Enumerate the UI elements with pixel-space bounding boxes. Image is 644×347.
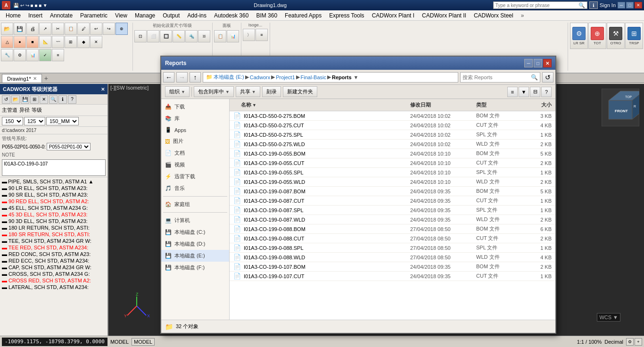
branch-select[interactable]: 125: [24, 117, 45, 125]
new-folder-btn[interactable]: 新建文件夹: [283, 86, 317, 97]
tree-item[interactable]: ▬ CROSS, SCH STD, ASTM A234 G:: [0, 271, 107, 277]
tb-btn-13[interactable]: ■: [26, 36, 39, 48]
file-row[interactable]: 📄 I01A3-CO-199-0-088.SPL 27/04/2018 08:5…: [230, 243, 555, 253]
cadworx-btn-2[interactable]: ⊕ TOT: [588, 23, 606, 49]
sidebar-item-thunder[interactable]: ⚡ 迅雷下载: [161, 171, 229, 182]
tb-btn-5[interactable]: ✂: [52, 23, 64, 35]
panel-close-icon[interactable]: ✕: [101, 87, 105, 92]
menu-addins[interactable]: Add-ins: [183, 11, 210, 20]
menu-bim360[interactable]: BIM 360: [252, 11, 281, 20]
tree-item[interactable]: ▬ 90 3D ELL, SCH STD, ASTM A23:: [0, 218, 107, 224]
tb-btn-18[interactable]: ✕: [90, 36, 102, 48]
tb-btn-7[interactable]: 🖊: [77, 23, 90, 35]
tree-item[interactable]: ▬ PIPE, SMLS, SCH STD, ASTM A1 ▲: [0, 178, 107, 185]
cadworx-btn-4[interactable]: ⊞ TRSP: [625, 23, 643, 49]
file-row[interactable]: 📄 I01A3-CO-199-0-088.CUT 27/04/2018 08:5…: [230, 234, 555, 243]
col-header-name[interactable]: 名称 ▼: [241, 101, 410, 108]
sidebar-item-library[interactable]: 📚 库: [161, 113, 229, 124]
tb-btn-12[interactable]: ●: [14, 36, 26, 48]
file-row[interactable]: 📄 I01A3-CO-199-0-055.BOM 24/04/2018 10:1…: [230, 149, 555, 158]
main-pipe-select[interactable]: 150: [2, 117, 23, 125]
tree-item[interactable]: ▬ CAP, SCH STD, ASTM A234 GR W:: [0, 264, 107, 271]
init-btn-6[interactable]: ⛭: [198, 30, 210, 42]
sidebar-item-video[interactable]: 🎬 视频: [161, 159, 229, 171]
search-input[interactable]: [462, 74, 529, 80]
sidebar-item-pictures[interactable]: 🖼 图片: [161, 135, 229, 147]
model-tab-btn[interactable]: MODEL: [132, 338, 155, 346]
view-arrow[interactable]: ▼: [519, 87, 529, 97]
tb-btn-23[interactable]: ≡: [52, 49, 64, 61]
grade-select[interactable]: 150_MM: [46, 117, 79, 125]
maximize-btn[interactable]: □: [626, 2, 634, 8]
col-header-modified[interactable]: 修改日期: [410, 101, 476, 108]
tb-btn-4[interactable]: ↗: [39, 23, 51, 35]
sign-in-btn[interactable]: Sign In: [600, 2, 616, 8]
col-header-size[interactable]: 大小: [519, 101, 552, 108]
file-list-scroll[interactable]: 📄 I01A3-CD-550-0-275.BOM 24/04/2018 10:0…: [230, 111, 555, 320]
tree-item-red[interactable]: ▬ 180 SR RETURN, SCH STD, ASTI:: [0, 231, 107, 238]
file-row[interactable]: 📄 I01A3-CO-199-0-088.WLD 27/04/2018 08:5…: [230, 253, 555, 262]
tb-btn-2[interactable]: 💾: [14, 23, 26, 35]
file-row[interactable]: 📄 I01A3-CO-199-0-055.WLD 24/04/2018 10:1…: [230, 177, 555, 187]
tb-btn-21[interactable]: 📊: [26, 49, 39, 61]
info-icon[interactable]: ℹ: [589, 1, 598, 9]
title-search-input[interactable]: [495, 3, 577, 8]
tree-item[interactable]: ▬ RED CONC, SCH STD, ASTM A23:: [0, 251, 107, 257]
sidebar-item-drive-d[interactable]: 💾 本地磁盘 (D:): [161, 238, 229, 250]
menu-parametric[interactable]: Parametric: [76, 11, 111, 20]
nav-back-btn[interactable]: ←: [163, 72, 174, 83]
status-btn-2[interactable]: +: [635, 338, 642, 346]
breadcrumb-root[interactable]: 本地磁盘 (E:): [214, 74, 244, 81]
file-row[interactable]: 📄 I01A3-CO-199-0-107.CUT 24/04/2018 09:3…: [230, 272, 555, 281]
file-row[interactable]: 📄 I01A3-CO-199-0-107.BOM 24/04/2018 09:3…: [230, 262, 555, 272]
init-btn-2[interactable]: ⬜: [147, 30, 159, 42]
tb-btn-3[interactable]: 🖨: [26, 23, 39, 35]
sidebar-item-download[interactable]: 📥 下载: [161, 101, 229, 113]
menu-more[interactable]: »: [517, 11, 528, 20]
tree-item-red[interactable]: ▬ 90 RED ELL, SCH STD, ASTM A2:: [0, 198, 107, 205]
panel-btn-1[interactable]: 📋: [214, 30, 226, 42]
tree-item[interactable]: ▬ RED ECC, SCH STD, ASTM A234:: [0, 257, 107, 264]
viewport-cube[interactable]: FRONT TOP R: [602, 89, 639, 126]
menu-cadworx-plant1[interactable]: CADWorx Plant I: [368, 11, 418, 20]
menu-autodesk360[interactable]: Autodesk 360: [210, 11, 252, 20]
nav-up-btn[interactable]: ↑: [190, 72, 201, 83]
menu-cadworx-plant2[interactable]: CADWorx Plant II: [418, 11, 470, 20]
tab-close-icon[interactable]: ✕: [33, 76, 37, 81]
breadcrumb-cadworx[interactable]: Cadworx: [250, 74, 270, 80]
init-btn-1[interactable]: ⊡: [134, 30, 147, 42]
tree-item[interactable]: ▬ LATERAL, SCH STD, ASTM A234:: [0, 284, 107, 290]
panel-tb-btn-1[interactable]: ↺: [2, 95, 10, 104]
menu-featured-apps[interactable]: Featured Apps: [281, 11, 325, 20]
panel-tb-btn-2[interactable]: 📂: [11, 95, 20, 104]
help-btn[interactable]: ?: [541, 87, 552, 97]
sidebar-item-drive-f[interactable]: 💾 本地磁盘 (F:): [161, 262, 229, 273]
tree-item-red[interactable]: ▬ CROSS RED, SCH STD, ASTM A2:: [0, 277, 107, 284]
file-row[interactable]: 📄 I01A3-CO-199-0-087.CUT 24/04/2018 09:3…: [230, 196, 555, 206]
menu-annotate[interactable]: Annotate: [46, 11, 76, 20]
sidebar-item-computer[interactable]: 💻 计算机: [161, 215, 229, 226]
breadcrumb-final-basic[interactable]: Final-Basic: [301, 74, 326, 80]
file-row[interactable]: 📄 I01A3-CO-199-0-055.SPL 24/04/2018 10:1…: [230, 168, 555, 177]
panel-tb-btn-8[interactable]: ?: [68, 95, 76, 104]
isog-btn-2[interactable]: ≡: [256, 29, 268, 41]
status-btn-1[interactable]: ⚙: [626, 338, 634, 346]
tb-btn-10[interactable]: ⊕: [116, 23, 128, 35]
file-row[interactable]: 📄 I01A3-CO-199-0-087.WLD 24/04/2018 09:3…: [230, 215, 555, 224]
nav-forward-btn[interactable]: →: [176, 72, 188, 83]
menu-view[interactable]: View: [111, 11, 131, 20]
tree-item[interactable]: ▬ 90 SR ELL, SCH STD, ASTM A23:: [0, 191, 107, 198]
sidebar-item-homegroup[interactable]: 🏠 家庭组: [161, 198, 229, 210]
panel-tb-btn-7[interactable]: ℹ: [58, 95, 67, 104]
tb-btn-17[interactable]: ◆: [77, 36, 90, 48]
col-header-type[interactable]: 类型: [476, 101, 519, 108]
file-row[interactable]: 📄 I01A3-CO-199-0-087.BOM 24/04/2018 09:3…: [230, 187, 555, 196]
dialog-close-btn[interactable]: ✕: [543, 59, 552, 67]
note-box[interactable]: I01A3-CO-199-0-107: [2, 159, 106, 176]
file-row[interactable]: 📄 I01A3-CO-199-0-087.SPL 24/04/2018 09:3…: [230, 206, 555, 215]
tb-btn-8[interactable]: ↩: [90, 23, 102, 35]
burn-btn[interactable]: 刻录: [262, 86, 281, 97]
dialog-restore-btn[interactable]: □: [534, 59, 542, 67]
sidebar-item-apps[interactable]: 📱 Apps: [161, 124, 229, 135]
file-row[interactable]: 📄 I01A3-CD-550-0-275.CUT 24/04/2018 10:0…: [230, 121, 555, 130]
